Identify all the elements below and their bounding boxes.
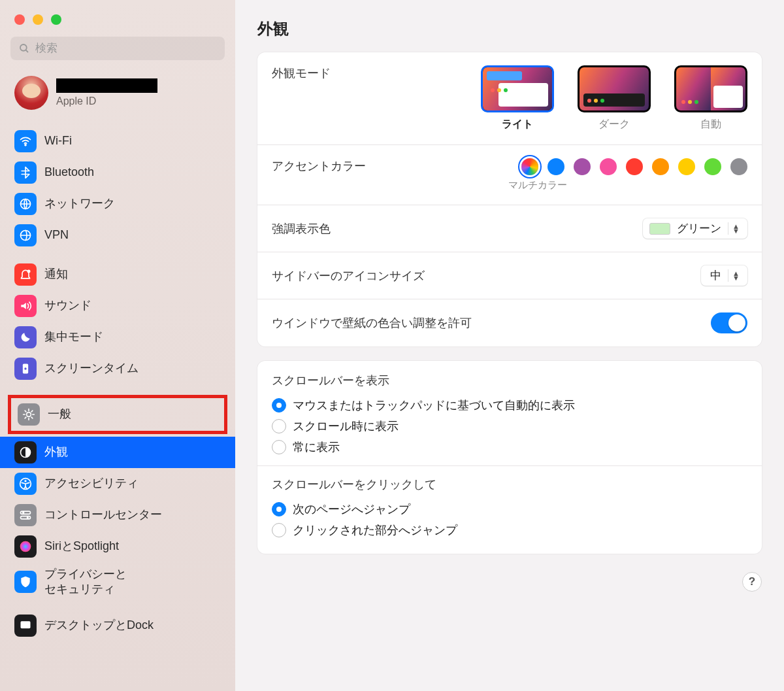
accent-color-swatch[interactable] — [704, 158, 721, 175]
svg-point-11 — [24, 480, 26, 482]
scrollbar-show-label: スクロールバーを表示 — [272, 373, 747, 388]
sidebar-item-label: ネットワーク — [44, 196, 115, 211]
accent-color-row: アクセントカラー マルチカラー — [257, 145, 762, 205]
sidebar-item-label: プライバシーと セキュリティ — [44, 567, 127, 598]
sidebar-item-privacy[interactable]: プライバシーと セキュリティ — [0, 562, 235, 602]
accent-color-swatch[interactable] — [600, 158, 617, 175]
sidebar-item-label: スクリーンタイム — [44, 361, 139, 376]
network-icon — [14, 193, 37, 215]
accent-color-swatch[interactable] — [574, 158, 591, 175]
highlighted-sidebar-item: 一般 — [8, 395, 227, 434]
apple-id-row[interactable]: Apple ID — [0, 69, 235, 122]
sidebar-item-label: サウンド — [44, 298, 91, 313]
account-name-redacted — [56, 78, 157, 93]
account-subtitle: Apple ID — [56, 95, 157, 107]
sidebar-item-accessibility[interactable]: アクセシビリティ — [0, 468, 235, 499]
bluetooth-icon — [14, 161, 37, 184]
accent-color-swatch[interactable] — [652, 158, 669, 175]
sidebar-item-general[interactable]: 一般 — [11, 398, 224, 431]
minimize-window-button[interactable] — [33, 14, 43, 25]
highlight-color-row: 強調表示色 グリーン ▲▼ — [257, 205, 762, 252]
appearance-mode-option[interactable]: ダーク — [578, 65, 651, 131]
window-controls — [0, 9, 235, 37]
sidebar-item-network[interactable]: ネットワーク — [0, 188, 235, 220]
accent-color-swatch[interactable] — [678, 158, 695, 175]
desktop-dock-icon — [14, 615, 37, 637]
appearance-mode-option-label: 自動 — [700, 118, 721, 131]
help-button[interactable]: ? — [742, 572, 762, 592]
sidebar-item-label: 一般 — [48, 407, 71, 422]
svg-rect-12 — [21, 511, 31, 514]
scrollbar-show-option[interactable]: マウスまたはトラックパッドに基づいて自動的に表示 — [272, 395, 747, 416]
highlight-color-swatch — [649, 223, 670, 235]
accent-color-swatch[interactable] — [547, 158, 564, 175]
sidebar-item-label: デスクトップとDock — [44, 618, 154, 633]
sidebar-item-vpn[interactable]: VPN — [0, 220, 235, 251]
sidebar-item-control-center[interactable]: コントロールセンター — [0, 499, 235, 531]
sidebar: Apple ID Wi-FiBluetoothネットワークVPN 通知サウンド集… — [0, 0, 235, 691]
svg-point-2 — [25, 144, 26, 146]
screentime-icon — [14, 358, 37, 380]
wallpaper-tint-label: ウインドウで壁紙の色合い調整を許可 — [272, 315, 472, 331]
scrollbar-show-option-label: 常に表示 — [293, 439, 340, 455]
sidebar-item-siri[interactable]: SiriとSpotlight — [0, 531, 235, 562]
search-input[interactable] — [35, 42, 217, 55]
vpn-icon — [14, 224, 37, 246]
svg-point-16 — [20, 541, 31, 552]
accessibility-icon — [14, 473, 37, 495]
sidebar-item-label: VPN — [44, 228, 69, 243]
highlight-color-select[interactable]: グリーン ▲▼ — [643, 218, 747, 239]
svg-rect-13 — [21, 516, 31, 519]
svg-point-0 — [20, 44, 27, 51]
sidebar-item-wifi[interactable]: Wi-Fi — [0, 126, 235, 157]
main-content: 外観 外観モード ライトダーク自動 アクセントカラー マルチカラー 強調表示色 … — [235, 0, 784, 691]
sidebar-item-label: 通知 — [44, 267, 68, 282]
sidebar-item-label: Wi-Fi — [44, 133, 72, 148]
maximize-window-button[interactable] — [51, 14, 61, 25]
sidebar-item-screentime[interactable]: スクリーンタイム — [0, 353, 235, 384]
search-field[interactable] — [10, 37, 225, 60]
control-center-icon — [14, 504, 37, 526]
accent-color-swatch[interactable] — [626, 158, 643, 175]
svg-rect-18 — [22, 626, 29, 628]
privacy-icon — [14, 571, 37, 593]
appearance-mode-option[interactable]: ライト — [481, 65, 554, 131]
sidebar-icon-size-row: サイドバーのアイコンサイズ 中 ▲▼ — [257, 252, 762, 299]
appearance-mode-label: 外観モード — [272, 65, 331, 81]
svg-point-5 — [27, 270, 31, 273]
scroll-panel: スクロールバーを表示 マウスまたはトラックパッドに基づいて自動的に表示スクロール… — [257, 361, 762, 554]
search-icon — [18, 42, 30, 54]
appearance-mode-row: 外観モード ライトダーク自動 — [257, 52, 762, 145]
scrollbar-show-option[interactable]: 常に表示 — [272, 437, 747, 458]
scrollbar-click-option[interactable]: 次のページへジャンプ — [272, 499, 747, 520]
radio-button-icon — [272, 398, 286, 413]
accent-color-swatch[interactable] — [521, 158, 538, 175]
sidebar-item-sound[interactable]: サウンド — [0, 290, 235, 322]
sidebar-scroll[interactable]: Wi-FiBluetoothネットワークVPN 通知サウンド集中モードスクリーン… — [0, 122, 235, 691]
avatar — [14, 76, 48, 110]
appearance-mode-option[interactable]: 自動 — [674, 65, 747, 131]
sidebar-item-label: Bluetooth — [44, 165, 94, 180]
sidebar-icon-size-value: 中 — [710, 268, 721, 283]
svg-point-15 — [27, 516, 29, 518]
scrollbar-show-option[interactable]: スクロール時に表示 — [272, 416, 747, 437]
accent-color-swatch[interactable] — [730, 158, 747, 175]
wallpaper-tint-toggle[interactable] — [711, 312, 747, 333]
appearance-mode-option-label: ライト — [502, 118, 533, 131]
sidebar-item-notifications[interactable]: 通知 — [0, 259, 235, 290]
sidebar-item-focus[interactable]: 集中モード — [0, 322, 235, 353]
sidebar-item-label: 集中モード — [44, 329, 103, 345]
appearance-mode-option-label: ダーク — [598, 118, 630, 131]
radio-button-icon — [272, 502, 286, 516]
page-title: 外観 — [257, 18, 762, 39]
scrollbar-click-option[interactable]: クリックされた部分へジャンプ — [272, 520, 747, 541]
general-icon — [18, 403, 40, 426]
sidebar-item-bluetooth[interactable]: Bluetooth — [0, 157, 235, 188]
sidebar-icon-size-label: サイドバーのアイコンサイズ — [272, 268, 425, 284]
radio-button-icon — [272, 419, 286, 433]
sidebar-icon-size-select[interactable]: 中 ▲▼ — [701, 265, 747, 286]
sidebar-item-appearance[interactable]: 外観 — [0, 437, 235, 468]
sidebar-item-desktop-dock[interactable]: デスクトップとDock — [0, 610, 235, 641]
sidebar-item-label: 外観 — [44, 445, 68, 460]
close-window-button[interactable] — [14, 14, 25, 25]
